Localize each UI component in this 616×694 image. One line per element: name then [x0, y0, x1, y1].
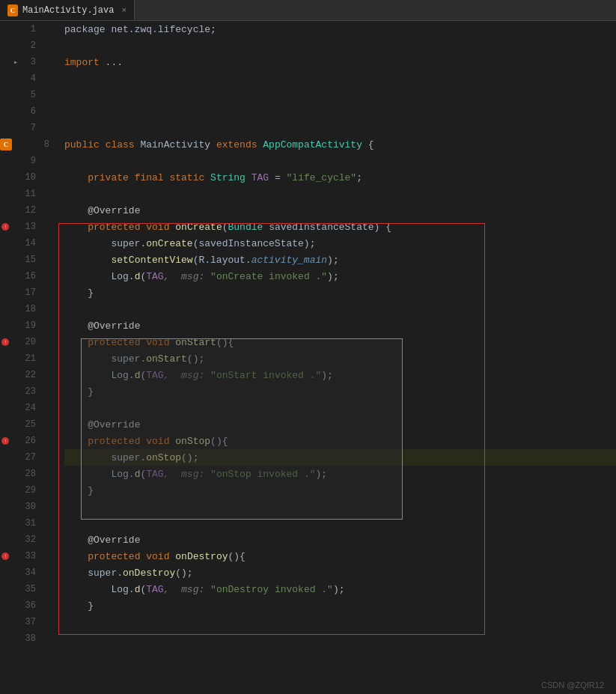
- gutter-row-9: 9: [0, 153, 55, 169]
- code-line-27: super.onStop();: [64, 449, 616, 466]
- gutter-row-22: 22: [0, 367, 55, 383]
- line-num-22: 22: [21, 370, 42, 380]
- code-line-9: [64, 153, 616, 169]
- editor-container: 12▸34567C89101112↑13141516171819↑2021222…: [0, 21, 616, 694]
- gutter-row-17: 17: [0, 284, 55, 301]
- line-num-12: 12: [21, 205, 42, 216]
- code-area: package net.zwq.lifecycle;import ...publ…: [58, 21, 616, 694]
- code-line-22: Log.d(TAG, msg: "onStart invoked .");: [64, 367, 616, 383]
- tab-filename: MainActivity.java: [22, 5, 114, 16]
- gutter-row-38: 38: [0, 630, 55, 647]
- line-num-19: 19: [21, 320, 42, 331]
- breakpoint-13[interactable]: ↑: [0, 223, 10, 231]
- gutter-row-15: 15: [0, 252, 55, 268]
- line-num-15: 15: [21, 255, 42, 265]
- bp-dot-20: ↑: [1, 338, 9, 346]
- gutter-row-26: ↑26: [0, 433, 55, 449]
- tab-mainactivity[interactable]: C MainActivity.java ×: [0, 0, 135, 20]
- line-num-11: 11: [21, 189, 42, 199]
- gutter: 12▸34567C89101112↑13141516171819↑2021222…: [0, 21, 58, 694]
- code-line-16: Log.d(TAG, msg: "onCreate invoked .");: [64, 268, 616, 284]
- line-num-25: 25: [21, 419, 42, 430]
- line-num-26: 26: [21, 436, 42, 446]
- code-line-23: }: [64, 383, 616, 400]
- breakpoint-33[interactable]: ↑: [0, 553, 10, 560]
- code-line-5: [64, 87, 616, 103]
- fold-3[interactable]: ▸: [10, 58, 21, 67]
- code-line-3: import ...: [64, 54, 616, 70]
- gutter-row-35: 35: [0, 581, 55, 597]
- code-line-33: protected void onDestroy(){: [64, 548, 616, 564]
- line-num-16: 16: [21, 271, 42, 281]
- line-num-28: 28: [21, 469, 42, 479]
- gutter-row-3: ▸3: [0, 54, 55, 70]
- gutter-row-1: 1: [0, 21, 55, 37]
- gutter-row-10: 10: [0, 169, 55, 186]
- line-num-27: 27: [21, 452, 42, 463]
- code-line-28: Log.d(TAG, msg: "onStop invoked .");: [64, 466, 616, 482]
- gutter-row-11: 11: [0, 186, 55, 202]
- code-line-21: super.onStart();: [64, 350, 616, 367]
- gutter-row-8: C8: [0, 136, 55, 153]
- gutter-row-4: 4: [0, 70, 55, 87]
- code-line-37: [64, 614, 616, 630]
- gutter-row-12: 12: [0, 202, 55, 219]
- line-num-36: 36: [21, 600, 42, 611]
- gutter-row-5: 5: [0, 87, 55, 103]
- java-file-icon: C: [7, 5, 18, 16]
- tab-bar: C MainActivity.java ×: [0, 0, 616, 21]
- code-line-32: @Override: [64, 532, 616, 548]
- line-num-24: 24: [21, 403, 42, 413]
- gutter-row-29: 29: [0, 482, 55, 499]
- line-num-3: 3: [21, 57, 42, 67]
- code-line-29: }: [64, 482, 616, 499]
- line-num-4: 4: [21, 73, 42, 84]
- class-definition-icon: C: [0, 139, 13, 150]
- bp-dot-26: ↑: [1, 437, 9, 445]
- line-num-35: 35: [21, 584, 42, 594]
- gutter-row-13: ↑13: [0, 219, 55, 235]
- bp-dot-13: ↑: [1, 223, 9, 231]
- code-line-34: super.onDestroy();: [64, 564, 616, 581]
- line-num-37: 37: [21, 617, 42, 627]
- code-line-25: @Override: [64, 416, 616, 433]
- breakpoint-26[interactable]: ↑: [0, 437, 10, 445]
- watermark: CSDN @ZQIR12: [541, 681, 604, 690]
- gutter-row-23: 23: [0, 383, 55, 400]
- line-num-34: 34: [21, 567, 42, 578]
- line-num-31: 31: [21, 518, 42, 529]
- line-num-14: 14: [21, 238, 42, 249]
- code-line-38: [64, 630, 616, 647]
- code-line-15: setContentView(R.layout.activity_main);: [64, 252, 616, 268]
- line-num-1: 1: [21, 24, 42, 34]
- line-num-30: 30: [21, 502, 42, 512]
- bp-dot-33: ↑: [1, 553, 9, 560]
- line-num-7: 7: [21, 123, 42, 133]
- gutter-row-30: 30: [0, 499, 55, 515]
- line-num-17: 17: [21, 287, 42, 298]
- code-line-20: protected void onStart(){: [64, 334, 616, 350]
- line-num-20: 20: [21, 337, 42, 347]
- code-line-11: [64, 186, 616, 202]
- gutter-row-16: 16: [0, 268, 55, 284]
- code-line-6: [64, 103, 616, 120]
- breakpoint-20[interactable]: ↑: [0, 338, 10, 346]
- line-num-32: 32: [21, 535, 42, 545]
- gutter-row-36: 36: [0, 597, 55, 614]
- line-num-13: 13: [21, 222, 42, 232]
- gutter-row-27: 27: [0, 449, 55, 466]
- gutter-row-34: 34: [0, 564, 55, 581]
- code-line-18: [64, 301, 616, 317]
- gutter-row-28: 28: [0, 466, 55, 482]
- gutter-row-37: 37: [0, 614, 55, 630]
- line-num-6: 6: [21, 106, 42, 117]
- line-num-10: 10: [21, 172, 42, 183]
- line-num-21: 21: [21, 353, 42, 364]
- gutter-row-32: 32: [0, 532, 55, 548]
- gutter-row-7: 7: [0, 120, 55, 136]
- code-line-24: [64, 400, 616, 416]
- code-line-26: protected void onStop(){: [64, 433, 616, 449]
- gutter-row-19: 19: [0, 317, 55, 334]
- gutter-row-6: 6: [0, 103, 55, 120]
- tab-close-button[interactable]: ×: [121, 6, 126, 15]
